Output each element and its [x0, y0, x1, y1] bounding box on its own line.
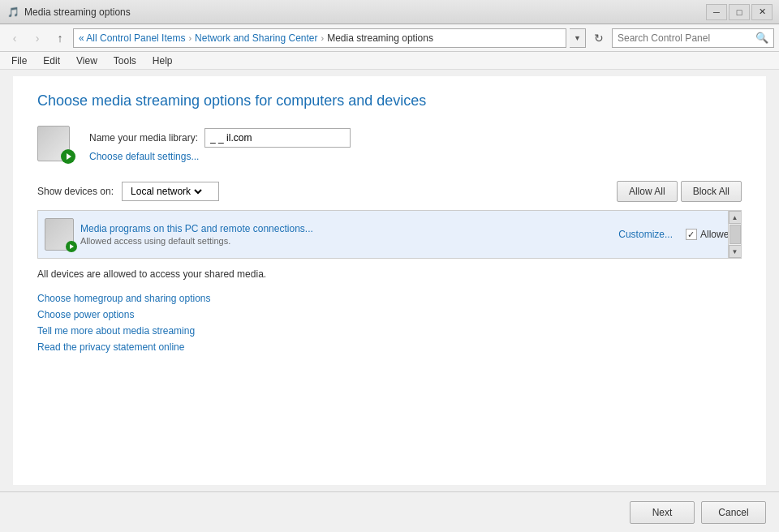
- library-icon-inner: [37, 126, 70, 161]
- devices-dropdown[interactable]: Local network All networks: [122, 182, 219, 201]
- breadcrumb-sep-1: ›: [188, 33, 192, 43]
- library-name-input[interactable]: [204, 128, 351, 148]
- current-page-breadcrumb: Media streaming options: [327, 32, 433, 44]
- show-devices-label: Show devices on:: [37, 186, 114, 197]
- devices-select[interactable]: Local network All networks: [127, 185, 204, 198]
- all-control-panel-link[interactable]: « All Control Panel Items: [79, 32, 185, 44]
- device-allowed-section: ✓ Allowed: [686, 229, 734, 240]
- privacy-statement-link[interactable]: Read the privacy statement online: [37, 341, 742, 353]
- search-box: 🔍: [612, 28, 774, 48]
- device-info: Media programs on this PC and remote con…: [80, 223, 612, 246]
- device-status: Allowed access using default settings.: [80, 236, 612, 246]
- default-settings-link[interactable]: Choose default settings...: [89, 151, 351, 162]
- homegroup-link[interactable]: Choose homegroup and sharing options: [37, 293, 742, 304]
- network-sharing-link[interactable]: Network and Sharing Center: [195, 32, 317, 44]
- window-icon: 🎵: [6, 6, 19, 19]
- main-content: Choose media streaming options for compu…: [13, 76, 766, 485]
- table-row: Media programs on this PC and remote con…: [38, 211, 741, 258]
- window-title: Media streaming options: [24, 6, 706, 18]
- power-options-link[interactable]: Choose power options: [37, 309, 742, 320]
- menu-view[interactable]: View: [70, 54, 104, 68]
- library-label: Name your media library:: [89, 132, 198, 144]
- window-controls: ─ □ ✕: [706, 4, 773, 20]
- scroll-up-arrow[interactable]: ▲: [729, 211, 742, 224]
- page-title: Choose media streaming options for compu…: [37, 92, 742, 109]
- block-all-button[interactable]: Block All: [681, 181, 742, 202]
- menu-edit[interactable]: Edit: [37, 54, 67, 68]
- device-icon: [45, 218, 74, 251]
- search-input[interactable]: [618, 32, 755, 44]
- all-devices-message: All devices are allowed to access your s…: [37, 268, 742, 280]
- allow-all-button[interactable]: Allow All: [617, 181, 678, 202]
- title-bar: 🎵 Media streaming options ─ □ ✕: [0, 0, 779, 24]
- library-name-section: Name your media library: Choose default …: [89, 128, 351, 162]
- links-section: Choose homegroup and sharing options Cho…: [37, 293, 742, 353]
- breadcrumb-sep-2: ›: [321, 33, 325, 43]
- device-name-link[interactable]: Media programs on this PC and remote con…: [80, 223, 612, 234]
- back-button[interactable]: ‹: [5, 28, 24, 48]
- cancel-button[interactable]: Cancel: [701, 501, 766, 524]
- refresh-button[interactable]: ↻: [589, 28, 609, 48]
- search-icon[interactable]: 🔍: [755, 32, 768, 44]
- next-button[interactable]: Next: [630, 501, 695, 524]
- scrollbar[interactable]: ▲ ▼: [728, 211, 741, 258]
- show-devices-row: Show devices on: Local network All netwo…: [37, 181, 742, 202]
- bottom-bar: Next Cancel: [0, 491, 779, 532]
- maximize-button[interactable]: □: [729, 4, 750, 20]
- scroll-thumb[interactable]: [730, 225, 741, 244]
- address-dropdown[interactable]: ▼: [570, 28, 586, 48]
- menu-tools[interactable]: Tools: [107, 54, 143, 68]
- library-icon: [37, 126, 76, 165]
- library-name-row: Name your media library:: [89, 128, 351, 148]
- address-path: « All Control Panel Items › Network and …: [73, 28, 566, 48]
- device-list: Media programs on this PC and remote con…: [37, 210, 742, 259]
- minimize-button[interactable]: ─: [706, 4, 727, 20]
- forward-button[interactable]: ›: [28, 28, 47, 48]
- menu-help[interactable]: Help: [146, 54, 179, 68]
- device-customize-link[interactable]: Customize...: [618, 229, 673, 240]
- device-allowed-checkbox[interactable]: ✓: [686, 229, 697, 240]
- menu-bar: File Edit View Tools Help: [0, 52, 779, 70]
- menu-file[interactable]: File: [5, 54, 33, 68]
- scroll-down-arrow[interactable]: ▼: [729, 245, 742, 258]
- library-play-icon: [61, 149, 75, 164]
- allow-block-buttons: Allow All Block All: [617, 181, 742, 202]
- up-button[interactable]: ↑: [50, 28, 70, 48]
- media-library-row: Name your media library: Choose default …: [37, 126, 742, 165]
- address-bar: ‹ › ↑ « All Control Panel Items › Networ…: [0, 24, 779, 52]
- close-button[interactable]: ✕: [751, 4, 773, 20]
- media-streaming-link[interactable]: Tell me more about media streaming: [37, 325, 742, 337]
- device-play-badge-icon: [66, 241, 77, 252]
